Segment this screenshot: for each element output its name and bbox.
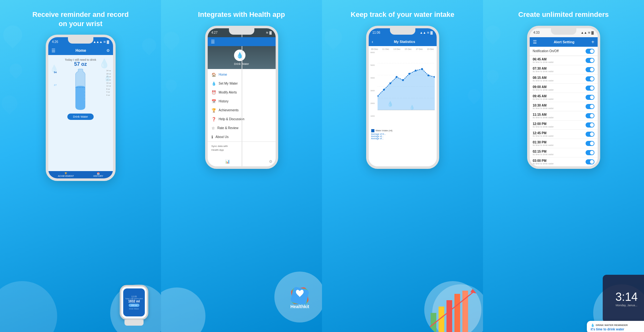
water-icon: 💧: [211, 81, 216, 86]
toast-title: 💧 DRINK WATER REMINDER: [591, 323, 644, 327]
panel-divider: [242, 28, 242, 166]
svg-point-20: [415, 70, 417, 72]
status-icons-1: ▲▲▲ ≋ ▓: [93, 40, 109, 44]
toggle-0300[interactable]: [586, 159, 594, 164]
watch-qty: 200 ml: [129, 304, 139, 307]
reminder-0730[interactable]: 07:30 AMits time to drink water: [530, 65, 598, 74]
p2-chart-icon[interactable]: 📊: [225, 159, 230, 164]
star-icon: ☆: [211, 126, 215, 130]
notif-toggle-label: Notification On/Off: [533, 49, 559, 53]
toggle-0730[interactable]: [586, 67, 594, 72]
clock-date: Monday, Janua...: [616, 304, 637, 307]
notification-toast: 💧 DRINK WATER REMINDER it's time to drin…: [587, 321, 644, 332]
phone-notch-4: [551, 28, 576, 35]
status-time-1: 4:26: [52, 40, 58, 44]
watch-time: 12:05: [131, 295, 137, 298]
reminder-0645[interactable]: 06:45 AMits time to drink water: [530, 56, 598, 65]
healthkit-label: Healthkit: [290, 304, 309, 309]
phone-notch-1: [68, 37, 93, 44]
reminder-0300[interactable]: 03:00 PMits time to drink water: [530, 157, 598, 166]
reminders-list: 06:45 AMits time to drink water 07:30 AM…: [530, 56, 598, 166]
p3-legend: Water Intake (ml) Average of D... Averag…: [370, 128, 435, 141]
healthkit-svg-icon: [290, 285, 309, 304]
p3-date-bar: 09 Dec11 Dec13 Dec 15 Dec17 Dec19 Dec: [370, 48, 435, 50]
svg-point-19: [408, 73, 410, 75]
drink-water-btn-1[interactable]: Drink Water: [67, 114, 94, 120]
watch-overlay: 12:05 Today I still need to drink 1832 m…: [113, 285, 155, 326]
reminder-0945[interactable]: 09:45 AMits time to drink water: [530, 93, 598, 102]
reminder-0900[interactable]: 09:00 AMits time to drink water: [530, 84, 598, 93]
phone-frame-2: 4:27 ≋ ▓ ☰ 💧 Drink Water ⚙ 📊: [205, 26, 278, 169]
phone-notch-3: [390, 28, 415, 35]
p3-title: My Statistics: [376, 40, 433, 44]
p2-settings-icon[interactable]: ⚙: [269, 159, 272, 164]
phone-frame-1: 4:26 ▲▲▲ ≋ ▓ ☰ Home ⚙ 💧 💧 💧 Today I stil…: [46, 35, 116, 181]
reminder-0215[interactable]: 02:15 PMits time to drink water: [530, 148, 598, 157]
toggle-1030[interactable]: [586, 104, 594, 109]
calendar-icon: 📅: [211, 99, 216, 104]
toggle-0130[interactable]: [586, 141, 594, 146]
panel-4-title: Create unlimited reminders: [518, 10, 609, 19]
p4-plus-icon[interactable]: +: [591, 39, 594, 45]
toggle-0945[interactable]: [586, 95, 594, 100]
toggle-1245[interactable]: [586, 132, 594, 137]
bubble-deco-p2-1: [161, 287, 205, 332]
svg-point-18: [402, 79, 404, 81]
info-icon: ℹ: [211, 135, 213, 139]
panel-3-title: Keep track of your water intake: [351, 10, 454, 19]
p4-hamburger-icon[interactable]: ☰: [533, 39, 537, 45]
status-time-3: 11:06: [372, 31, 380, 34]
p3-header: ‹ My Statistics: [369, 37, 437, 46]
app-header-1: ☰ Home ⚙: [48, 46, 113, 55]
toggle-1200[interactable]: [586, 122, 594, 128]
p2-hamburger-icon[interactable]: ☰: [211, 39, 215, 44]
water-bottle: [72, 68, 89, 113]
clock-time: 3:14: [615, 290, 638, 304]
watch-btn[interactable]: Drink Water: [129, 308, 139, 310]
help-icon: ❓: [211, 117, 216, 121]
phone-notch-2: [229, 28, 254, 35]
svg-rect-30: [454, 294, 460, 332]
home-icon: 🏠: [211, 73, 216, 77]
statistics-chart: 💧 💧: [378, 52, 435, 121]
p2-app-icon: 💧: [234, 50, 245, 61]
toggle-0645[interactable]: [586, 58, 594, 63]
toast-body: it's time to drink water: [591, 328, 644, 331]
notif-toggle-switch[interactable]: [586, 49, 594, 54]
svg-point-21: [421, 68, 423, 70]
history-tab[interactable]: 📅 HISTORY: [93, 172, 103, 177]
achievement-tab[interactable]: 🏆 ACHIEVEMENT: [58, 172, 74, 177]
toggle-0815[interactable]: [586, 76, 594, 81]
panel-2: Integrates with Health app 4:27 ≋ ▓ ☰ 💧 …: [161, 0, 322, 332]
reminder-1030[interactable]: 10:30 AMits time to drink water: [530, 102, 598, 111]
phone-frame-4: 4:33 ▲▲ ≋ ▓ ☰ Alert Setting + Notificati…: [527, 26, 600, 169]
toggle-1115[interactable]: [586, 113, 594, 118]
panel-1-title: Receive reminder and recordon your wrist: [32, 10, 129, 28]
p4-header: ☰ Alert Setting +: [530, 37, 598, 47]
svg-point-17: [396, 76, 398, 78]
healthkit-bubble: Healthkit: [274, 272, 322, 322]
app-body-1: 💧 💧 💧 Today I still need to drink 57 oz …: [48, 55, 113, 171]
reminder-0130[interactable]: 01:30 PMits time to drink water: [530, 139, 598, 148]
svg-text:💧: 💧: [409, 105, 415, 110]
status-time-4: 4:33: [533, 31, 540, 34]
reminder-0815[interactable]: 08:15 AMits time to drink water: [530, 74, 598, 84]
reminder-1245[interactable]: 12:45 PMits time to drink water: [530, 130, 598, 139]
clock-overlay: 3:14 Monday, Janua...: [603, 275, 644, 322]
back-btn[interactable]: ‹: [372, 39, 373, 44]
reminder-1200[interactable]: 12:00 PMits time to drink water: [530, 121, 598, 130]
phone-frame-3: 11:06 ▲▲ ≋ ▓ ‹ My Statistics 09 Dec11 De…: [366, 26, 439, 169]
header-title-1: Home: [56, 48, 106, 53]
panel-2-title: Integrates with Health app: [198, 10, 285, 19]
gear-icon-1[interactable]: ⚙: [106, 48, 110, 53]
toggle-0215[interactable]: [586, 150, 594, 155]
status-time-2: 4:27: [211, 31, 218, 34]
trophy-icon: 🏆: [211, 108, 216, 113]
reminder-1115[interactable]: 11:15 AMits time to drink water: [530, 111, 598, 121]
drink-amount-1: 57 oz: [74, 61, 87, 67]
hamburger-icon-1[interactable]: ☰: [51, 48, 56, 53]
bottom-bar-1: 🏆 ACHIEVEMENT 📅 HISTORY: [48, 171, 113, 178]
toggle-0900[interactable]: [586, 86, 594, 91]
alarm-icon: ⏰: [211, 90, 216, 95]
svg-rect-29: [446, 300, 452, 332]
